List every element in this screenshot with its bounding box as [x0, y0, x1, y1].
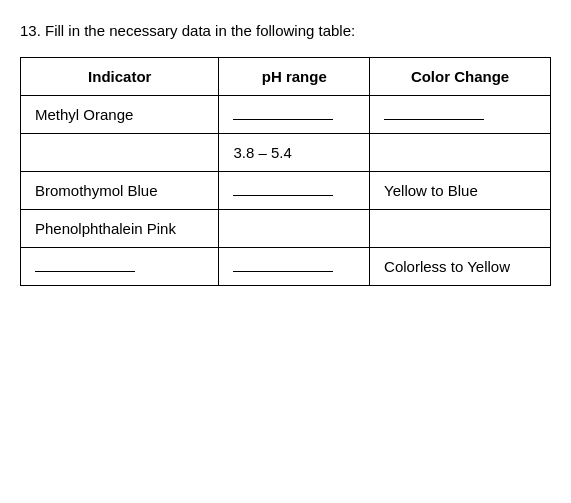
- cell-ph-range: 3.8 – 5.4: [219, 134, 370, 172]
- cell-indicator: Phenolphthalein Pink: [21, 210, 219, 248]
- blank-line-indicator: [35, 271, 135, 272]
- question-text: 13. Fill in the necessary data in the fo…: [20, 20, 551, 41]
- fill-in-table: Indicator pH range Color Change Methyl O…: [20, 57, 551, 286]
- blank-line-ph: [233, 119, 333, 120]
- question-body: Fill in the necessary data in the follow…: [45, 22, 355, 39]
- cell-color-change: [370, 96, 551, 134]
- cell-color-change: Colorless to Yellow: [370, 248, 551, 286]
- table-row: 3.8 – 5.4: [21, 134, 551, 172]
- table-row: Phenolphthalein Pink: [21, 210, 551, 248]
- cell-color-change: [370, 210, 551, 248]
- cell-indicator: Methyl Orange: [21, 96, 219, 134]
- cell-indicator: [21, 134, 219, 172]
- cell-color-change: Yellow to Blue: [370, 172, 551, 210]
- blank-line-ph: [233, 195, 333, 196]
- cell-indicator: [21, 248, 219, 286]
- table-row: Colorless to Yellow: [21, 248, 551, 286]
- table-row: Bromothymol Blue Yellow to Blue: [21, 172, 551, 210]
- cell-indicator: Bromothymol Blue: [21, 172, 219, 210]
- cell-color-change: [370, 134, 551, 172]
- blank-line-ph: [233, 271, 333, 272]
- cell-ph-range: [219, 96, 370, 134]
- blank-line-color: [384, 119, 484, 120]
- header-indicator: Indicator: [21, 58, 219, 96]
- header-color-change: Color Change: [370, 58, 551, 96]
- header-ph-range: pH range: [219, 58, 370, 96]
- cell-ph-range: [219, 248, 370, 286]
- cell-ph-range: [219, 210, 370, 248]
- cell-ph-range: [219, 172, 370, 210]
- table-row: Methyl Orange: [21, 96, 551, 134]
- question-number: 13.: [20, 22, 41, 39]
